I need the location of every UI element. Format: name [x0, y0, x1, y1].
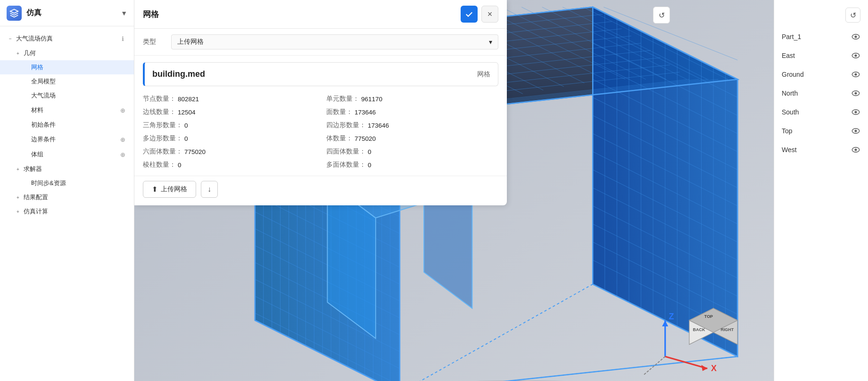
- svg-point-130: [854, 54, 857, 57]
- stat-face-value: 173646: [355, 109, 376, 116]
- download-button[interactable]: ↓: [201, 181, 218, 198]
- reset-view-button[interactable]: ↺: [845, 8, 860, 23]
- sidebar-item-mesh[interactable]: 网格: [0, 60, 134, 74]
- stat-hex-value: 775020: [184, 148, 206, 155]
- layer-item-ground[interactable]: Ground: [774, 65, 868, 84]
- right-panel-header: ↺: [774, 5, 868, 27]
- sidebar-item-boundary[interactable]: 边界条件 ⊕: [0, 132, 134, 147]
- mesh-confirm-button[interactable]: [461, 6, 478, 23]
- add-boundary-btn[interactable]: ⊕: [118, 135, 127, 144]
- stat-node-value: 802821: [178, 96, 199, 103]
- layer-item-part1[interactable]: Part_1: [774, 27, 868, 46]
- sidebar-label-body-group: 体组: [31, 150, 118, 159]
- sidebar-item-sim-calc[interactable]: + 仿真计算: [0, 204, 134, 219]
- sidebar-item-atmo-field[interactable]: 大气流场: [0, 89, 134, 103]
- expand-icon-boundary: [22, 136, 29, 143]
- eye-icon-south[interactable]: [851, 107, 860, 117]
- stat-element-value: 961170: [361, 96, 382, 103]
- sidebar-item-material[interactable]: 材料 ⊕: [0, 103, 134, 118]
- expand-icon-body-group: [22, 151, 29, 158]
- stats-grid: 节点数量： 802821 单元数量： 961170 边线数量： 12504 面数…: [134, 93, 507, 176]
- eye-icon-ground[interactable]: [851, 70, 860, 79]
- add-material-btn[interactable]: ⊕: [118, 105, 127, 115]
- stat-polygon-label: 多边形数量：: [143, 134, 182, 143]
- sidebar-item-init-condition[interactable]: 初始条件: [0, 118, 134, 132]
- layer-item-west[interactable]: West: [774, 140, 868, 159]
- mesh-panel-header: 网格 ×: [134, 0, 507, 29]
- sidebar-label-atmo-sim: 大气流场仿真: [16, 34, 118, 43]
- stat-polygon-count: 多边形数量： 0: [143, 134, 315, 143]
- stat-edge-value: 12504: [178, 109, 196, 116]
- stat-volume-count: 体数量： 775020: [326, 134, 498, 143]
- stat-triangle-label: 三角形数量：: [143, 121, 182, 130]
- layer-item-south[interactable]: South: [774, 103, 868, 122]
- sidebar-label-mesh: 网格: [31, 63, 127, 72]
- sidebar-item-geometry[interactable]: + 几何: [0, 46, 134, 60]
- svg-point-140: [854, 148, 857, 151]
- sidebar-item-atmo-sim[interactable]: − 大气流场仿真 ℹ: [0, 31, 134, 46]
- reset-view-icon: ↺: [850, 11, 856, 20]
- stat-node-label: 节点数量：: [143, 95, 176, 103]
- close-icon: ×: [488, 9, 493, 19]
- svg-point-138: [854, 130, 857, 132]
- sidebar-item-body-group[interactable]: 体组 ⊕: [0, 147, 134, 162]
- expand-icon-atmo-sim: −: [7, 35, 14, 42]
- stat-polyhedron-label: 多面体数量：: [326, 161, 366, 169]
- stat-volume-value: 775020: [355, 135, 376, 142]
- stat-prism-label: 棱柱数量：: [143, 161, 176, 169]
- sidebar-label-sim-calc: 仿真计算: [24, 207, 127, 216]
- eye-icon-north[interactable]: [851, 89, 860, 98]
- sidebar-header: 仿真 ▼: [0, 0, 134, 26]
- svg-point-128: [854, 35, 857, 38]
- sidebar-item-timestep[interactable]: 时间步&资源: [0, 176, 134, 190]
- viewport-reset-button[interactable]: ↺: [653, 7, 670, 24]
- stat-prism-value: 0: [178, 162, 182, 169]
- stat-face-label: 面数量：: [326, 108, 353, 116]
- layer-item-top[interactable]: Top: [774, 122, 868, 140]
- layer-label-top: Top: [782, 127, 793, 135]
- stat-volume-label: 体数量：: [326, 134, 353, 143]
- sidebar: 仿真 ▼ − 大气流场仿真 ℹ + 几何 网格 全局模型 大气流场: [0, 0, 134, 381]
- layer-item-east[interactable]: East: [774, 46, 868, 65]
- layer-item-north[interactable]: North: [774, 84, 868, 103]
- svg-text:X: X: [711, 364, 717, 373]
- expand-icon-geometry: +: [14, 49, 22, 57]
- eye-icon-west[interactable]: [851, 145, 860, 154]
- add-body-group-btn[interactable]: ⊕: [118, 150, 127, 159]
- expand-icon-init-condition: [22, 121, 29, 129]
- file-name: building.med: [152, 69, 205, 79]
- stat-polyhedron-value: 0: [368, 162, 372, 169]
- stat-element-label: 单元数量：: [326, 95, 359, 103]
- stat-hex-label: 六面体数量：: [143, 147, 182, 156]
- reset-icon: ↺: [659, 11, 665, 20]
- expand-icon-result-config: +: [14, 194, 22, 201]
- stat-prism-count: 棱柱数量： 0: [143, 161, 315, 169]
- sidebar-tree: − 大气流场仿真 ℹ + 几何 网格 全局模型 大气流场 材料 ⊕: [0, 26, 134, 381]
- sidebar-label-solver: 求解器: [24, 165, 127, 173]
- sidebar-item-solver[interactable]: + 求解器: [0, 162, 134, 176]
- type-select-value: 上传网格: [177, 38, 204, 46]
- layer-label-east: East: [782, 52, 795, 59]
- eye-icon-top[interactable]: [851, 126, 860, 136]
- sidebar-item-global-model[interactable]: 全局模型: [0, 74, 134, 89]
- layer-label-south: South: [782, 108, 799, 116]
- type-label: 类型: [143, 38, 171, 46]
- stat-polygon-value: 0: [184, 135, 188, 142]
- chevron-down-icon: ▾: [489, 38, 492, 46]
- info-icon-atmo-sim[interactable]: ℹ: [118, 34, 127, 43]
- sidebar-label-geometry: 几何: [24, 49, 127, 57]
- stat-polyhedron-count: 多面体数量： 0: [326, 161, 498, 169]
- mesh-panel: 网格 × 类型 上传网格 ▾ building.med 网格: [134, 0, 507, 205]
- eye-icon-east[interactable]: [851, 51, 860, 60]
- sidebar-collapse-btn[interactable]: ▼: [121, 9, 127, 17]
- sidebar-label-boundary: 边界条件: [31, 135, 118, 144]
- stat-tet-count: 四面体数量： 0: [326, 147, 498, 156]
- mesh-panel-title: 网格: [143, 9, 461, 20]
- upload-mesh-button[interactable]: ⬆ 上传网格: [143, 181, 196, 198]
- svg-text:BACK: BACK: [693, 327, 705, 332]
- type-select[interactable]: 上传网格 ▾: [171, 34, 498, 49]
- sidebar-item-result-config[interactable]: + 结果配置: [0, 190, 134, 204]
- upload-label: 上传网格: [161, 185, 187, 194]
- eye-icon-part1[interactable]: [851, 32, 860, 41]
- mesh-close-button[interactable]: ×: [481, 6, 498, 23]
